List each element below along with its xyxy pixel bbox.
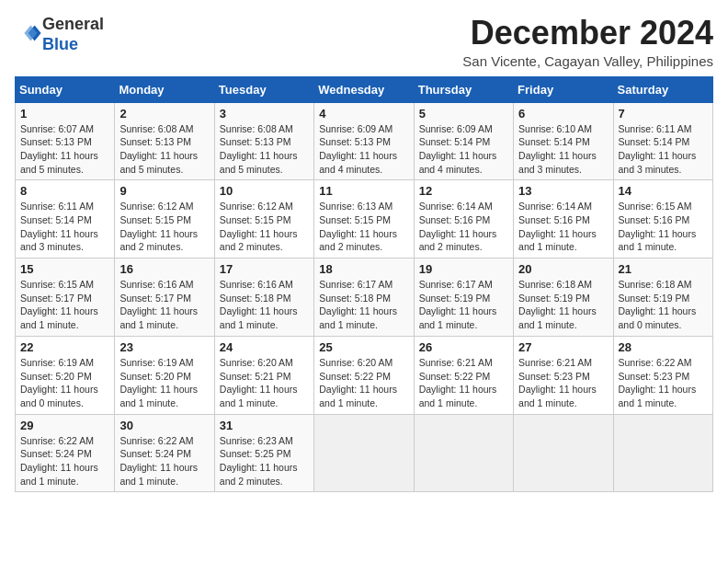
calendar-day-cell: 3Sunrise: 6:08 AMSunset: 5:13 PMDaylight… [214,102,313,180]
calendar-day-cell: 15Sunrise: 6:15 AMSunset: 5:17 PMDayligh… [16,259,115,337]
calendar-day-cell: 21Sunrise: 6:18 AMSunset: 5:19 PMDayligh… [613,259,712,337]
day-info: Sunrise: 6:19 AMSunset: 5:20 PMDaylight:… [119,356,209,410]
day-number: 27 [518,340,608,354]
day-number: 3 [220,107,309,121]
day-number: 23 [119,340,209,354]
day-number: 14 [619,184,708,198]
calendar-day-cell: 7Sunrise: 6:11 AMSunset: 5:14 PMDaylight… [613,102,712,180]
day-info: Sunrise: 6:20 AMSunset: 5:21 PMDaylight:… [220,356,309,410]
day-number: 19 [419,262,508,276]
day-info: Sunrise: 6:13 AMSunset: 5:15 PMDaylight:… [319,200,408,254]
calendar-day-cell: 12Sunrise: 6:14 AMSunset: 5:16 PMDayligh… [414,180,513,259]
calendar-day-cell: 30Sunrise: 6:22 AMSunset: 5:24 PMDayligh… [115,414,214,492]
calendar-header-cell: Tuesday [214,76,313,102]
day-info: Sunrise: 6:15 AMSunset: 5:17 PMDaylight:… [20,278,109,332]
day-info: Sunrise: 6:09 AMSunset: 5:14 PMDaylight:… [419,122,508,177]
day-number: 25 [319,340,408,354]
calendar-day-cell: 9Sunrise: 6:12 AMSunset: 5:15 PMDaylight… [115,180,214,259]
day-info: Sunrise: 6:23 AMSunset: 5:25 PMDaylight:… [220,434,309,488]
calendar-day-cell: 23Sunrise: 6:19 AMSunset: 5:20 PMDayligh… [115,336,214,414]
calendar-day-cell: 31Sunrise: 6:23 AMSunset: 5:25 PMDayligh… [214,414,313,492]
day-number: 7 [619,107,708,121]
day-number: 4 [319,107,408,121]
month-title: December 2024 [462,15,713,52]
calendar-day-cell: 26Sunrise: 6:21 AMSunset: 5:22 PMDayligh… [414,336,513,414]
calendar-day-cell: 17Sunrise: 6:16 AMSunset: 5:18 PMDayligh… [214,259,313,337]
day-number: 1 [20,107,109,121]
day-info: Sunrise: 6:14 AMSunset: 5:16 PMDaylight:… [419,200,508,254]
day-number: 28 [619,340,708,354]
day-number: 26 [419,340,508,354]
calendar-day-cell [314,414,414,492]
day-info: Sunrise: 6:12 AMSunset: 5:15 PMDaylight:… [220,200,309,254]
calendar-day-cell: 18Sunrise: 6:17 AMSunset: 5:18 PMDayligh… [314,259,414,337]
calendar-day-cell: 29Sunrise: 6:22 AMSunset: 5:24 PMDayligh… [16,414,115,492]
day-number: 2 [119,107,209,121]
day-info: Sunrise: 6:22 AMSunset: 5:24 PMDaylight:… [20,434,109,488]
day-info: Sunrise: 6:20 AMSunset: 5:22 PMDaylight:… [319,356,408,410]
day-info: Sunrise: 6:10 AMSunset: 5:14 PMDaylight:… [518,122,608,177]
day-number: 9 [119,184,209,198]
logo-icon [17,20,42,46]
day-info: Sunrise: 6:18 AMSunset: 5:19 PMDaylight:… [619,278,708,332]
calendar-header-cell: Wednesday [314,76,414,102]
calendar-header-cell: Monday [115,76,214,102]
calendar-day-cell: 22Sunrise: 6:19 AMSunset: 5:20 PMDayligh… [16,336,115,414]
day-info: Sunrise: 6:21 AMSunset: 5:22 PMDaylight:… [419,356,508,410]
day-info: Sunrise: 6:11 AMSunset: 5:14 PMDaylight:… [20,200,109,254]
day-info: Sunrise: 6:18 AMSunset: 5:19 PMDaylight:… [518,278,608,332]
calendar-day-cell: 6Sunrise: 6:10 AMSunset: 5:14 PMDaylight… [514,102,613,180]
calendar-day-cell: 25Sunrise: 6:20 AMSunset: 5:22 PMDayligh… [314,336,414,414]
day-number: 13 [518,184,608,198]
day-info: Sunrise: 6:08 AMSunset: 5:13 PMDaylight:… [220,122,309,177]
day-number: 22 [20,340,109,354]
day-info: Sunrise: 6:17 AMSunset: 5:18 PMDaylight:… [319,278,408,332]
calendar-day-cell: 4Sunrise: 6:09 AMSunset: 5:13 PMDaylight… [314,102,414,180]
day-info: Sunrise: 6:22 AMSunset: 5:23 PMDaylight:… [619,356,708,410]
calendar-day-cell: 5Sunrise: 6:09 AMSunset: 5:14 PMDaylight… [414,102,513,180]
day-number: 6 [518,107,608,121]
calendar-day-cell: 8Sunrise: 6:11 AMSunset: 5:14 PMDaylight… [16,180,115,259]
day-info: Sunrise: 6:21 AMSunset: 5:23 PMDaylight:… [518,356,608,410]
calendar-day-cell: 2Sunrise: 6:08 AMSunset: 5:13 PMDaylight… [115,102,214,180]
day-info: Sunrise: 6:22 AMSunset: 5:24 PMDaylight:… [119,434,209,488]
calendar-table: SundayMondayTuesdayWednesdayThursdayFrid… [15,76,713,493]
calendar-header-cell: Saturday [613,76,712,102]
calendar-header-cell: Thursday [414,76,513,102]
logo-text: General Blue [42,15,104,54]
calendar-day-cell [514,414,613,492]
day-number: 15 [20,262,109,276]
day-info: Sunrise: 6:12 AMSunset: 5:15 PMDaylight:… [119,200,209,254]
day-info: Sunrise: 6:19 AMSunset: 5:20 PMDaylight:… [20,356,109,410]
day-number: 29 [20,419,109,432]
day-number: 18 [319,262,408,276]
location-title: San Vicente, Cagayan Valley, Philippines [462,53,713,69]
calendar-day-cell: 1Sunrise: 6:07 AMSunset: 5:13 PMDaylight… [16,102,115,180]
logo-blue: Blue [42,35,104,55]
calendar-day-cell: 16Sunrise: 6:16 AMSunset: 5:17 PMDayligh… [115,259,214,337]
calendar-week-row: 15Sunrise: 6:15 AMSunset: 5:17 PMDayligh… [16,259,713,337]
day-number: 20 [518,262,608,276]
page-header: General Blue December 2024 San Vicente, … [15,15,713,69]
day-number: 12 [419,184,508,198]
calendar-day-cell: 19Sunrise: 6:17 AMSunset: 5:19 PMDayligh… [414,259,513,337]
calendar-day-cell: 13Sunrise: 6:14 AMSunset: 5:16 PMDayligh… [514,180,613,259]
day-info: Sunrise: 6:11 AMSunset: 5:14 PMDaylight:… [619,122,708,177]
calendar-day-cell: 24Sunrise: 6:20 AMSunset: 5:21 PMDayligh… [214,336,313,414]
calendar-week-row: 1Sunrise: 6:07 AMSunset: 5:13 PMDaylight… [16,102,713,180]
calendar-header-cell: Friday [514,76,613,102]
day-info: Sunrise: 6:14 AMSunset: 5:16 PMDaylight:… [518,200,608,254]
calendar-day-cell: 20Sunrise: 6:18 AMSunset: 5:19 PMDayligh… [514,259,613,337]
calendar-day-cell: 14Sunrise: 6:15 AMSunset: 5:16 PMDayligh… [613,180,712,259]
calendar-day-cell: 11Sunrise: 6:13 AMSunset: 5:15 PMDayligh… [314,180,414,259]
day-number: 17 [220,262,309,276]
day-number: 30 [119,419,209,432]
calendar-week-row: 29Sunrise: 6:22 AMSunset: 5:24 PMDayligh… [16,414,713,492]
day-number: 31 [220,419,309,432]
day-number: 8 [20,184,109,198]
day-number: 21 [619,262,708,276]
calendar-week-row: 22Sunrise: 6:19 AMSunset: 5:20 PMDayligh… [16,336,713,414]
day-info: Sunrise: 6:17 AMSunset: 5:19 PMDaylight:… [419,278,508,332]
day-number: 11 [319,184,408,198]
day-info: Sunrise: 6:09 AMSunset: 5:13 PMDaylight:… [319,122,408,177]
